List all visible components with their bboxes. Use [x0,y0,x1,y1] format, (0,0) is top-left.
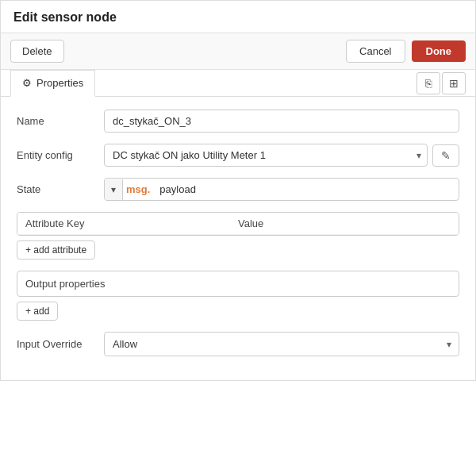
entity-select-wrapper: DC stykač ON jako Utility Meter 1 ▾ [104,144,428,167]
form-body: Name Entity config DC stykač ON jako Uti… [1,97,475,380]
state-chevron-icon: ▾ [111,184,116,195]
name-label: Name [17,115,104,127]
tab-icon-group: ⎘ ⊞ [416,72,466,94]
name-input[interactable] [104,110,459,133]
entity-config-label: Entity config [17,149,104,161]
done-button[interactable]: Done [412,40,466,62]
dialog-title: Edit sensor node [1,1,475,33]
input-override-select-wrapper: Allow Merge Override Block ▾ [104,332,459,356]
edit-sensor-dialog: Edit sensor node Delete Cancel Done ⚙ Pr… [0,0,476,381]
input-override-select[interactable]: Allow Merge Override Block [104,332,459,356]
grid-icon: ⊞ [449,77,459,90]
tab-properties-label: Properties [36,77,83,89]
state-msg-label: msg. [123,179,153,200]
tab-copy-icon-button[interactable]: ⎘ [416,72,440,94]
properties-gear-icon: ⚙ [22,77,32,89]
state-label: State [17,183,104,195]
state-msg-button[interactable]: ▾ [105,179,123,200]
input-override-row: Input Override Allow Merge Override Bloc… [17,332,459,356]
entity-edit-button[interactable]: ✎ [432,144,459,167]
add-output-button[interactable]: + add [17,302,58,321]
name-row: Name [17,110,459,133]
state-payload-value: payload [153,179,459,200]
attr-value-header: Value [238,217,451,229]
copy-icon: ⎘ [425,77,432,90]
entity-config-select[interactable]: DC stykač ON jako Utility Meter 1 [104,144,428,167]
add-attribute-button[interactable]: + add attribute [17,240,95,260]
tab-bar: ⚙ Properties ⎘ ⊞ [1,70,475,97]
state-control: ▾ msg. payload [104,178,459,201]
tab-grid-icon-button[interactable]: ⊞ [442,72,466,94]
input-override-label: Input Override [17,338,104,350]
cancel-button[interactable]: Cancel [346,40,405,63]
state-row: State ▾ msg. payload [17,178,459,201]
output-properties-label: Output properties [25,278,105,290]
attr-header-row: Attribute Key Value [17,213,459,235]
attribute-table: Attribute Key Value [17,212,459,236]
delete-button[interactable]: Delete [10,40,64,63]
pencil-icon: ✎ [441,149,451,162]
entity-config-controls: DC stykač ON jako Utility Meter 1 ▾ ✎ [104,144,459,167]
entity-config-row: Entity config DC stykač ON jako Utility … [17,144,459,167]
tab-properties[interactable]: ⚙ Properties [10,70,95,97]
attr-key-header: Attribute Key [25,217,238,229]
toolbar: Delete Cancel Done [1,33,475,70]
output-properties-box: Output properties [17,271,459,297]
